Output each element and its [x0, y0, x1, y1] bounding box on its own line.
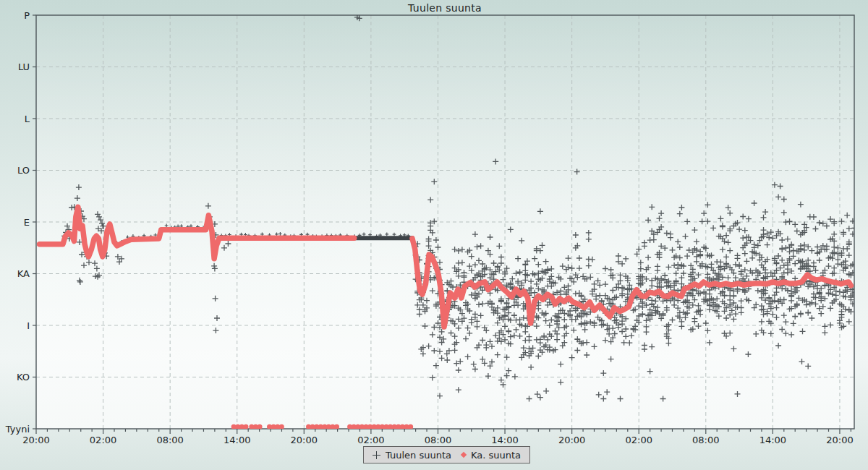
x-axis-label: 02:00	[357, 435, 384, 445]
wind-direction-chart[interactable]: 20:0002:0008:0014:0020:0002:0008:0014:00…	[0, 0, 868, 470]
y-axis-label: L	[25, 114, 30, 124]
y-axis-label: KA	[17, 268, 30, 279]
y-axis-label: KO	[17, 372, 30, 383]
x-axis-label: 02:00	[625, 435, 652, 445]
y-axis-labels: PLULLOEKAIKOTyyni	[5, 10, 30, 435]
wind-direction-app-page: Tuulen suunta 20:0002:0008:0014:0020:000…	[0, 0, 868, 470]
x-axis-label: 08:00	[692, 435, 719, 445]
x-axis-label: 20:00	[558, 435, 585, 445]
x-axis-label: 20:00	[826, 435, 853, 445]
x-axis-label: 14:00	[224, 435, 250, 445]
y-axis-label: LO	[17, 165, 30, 176]
x-axis-label: 14:00	[760, 435, 786, 445]
diamond-marker-icon	[461, 452, 467, 458]
legend-label-wind-direction: Tuulen suunta	[386, 450, 451, 461]
legend-label-average-direction: Ka. suunta	[471, 450, 521, 461]
plot-area[interactable]	[36, 15, 854, 429]
x-axis-label: 20:00	[22, 435, 49, 445]
y-axis-label: Tyyni	[5, 424, 30, 435]
x-axis-label: 08:00	[425, 435, 451, 445]
y-axis-label: E	[24, 217, 30, 228]
y-axis-label: P	[24, 10, 30, 21]
x-axis-label: 20:00	[291, 435, 318, 445]
chart-legend: Tuulen suunta Ka. suunta	[363, 446, 530, 463]
y-axis-label: LU	[18, 61, 30, 72]
plus-marker-icon	[373, 451, 380, 459]
legend-item-wind-direction[interactable]: Tuulen suunta	[373, 450, 451, 461]
y-axis-label: I	[27, 320, 30, 331]
x-axis-label: 14:00	[491, 435, 518, 445]
legend-item-average-direction[interactable]: Ka. suunta	[461, 450, 521, 461]
x-axis-labels: 20:0002:0008:0014:0020:0002:0008:0014:00…	[22, 435, 853, 445]
x-axis-label: 08:00	[156, 435, 183, 445]
x-axis-label: 02:00	[90, 435, 116, 445]
